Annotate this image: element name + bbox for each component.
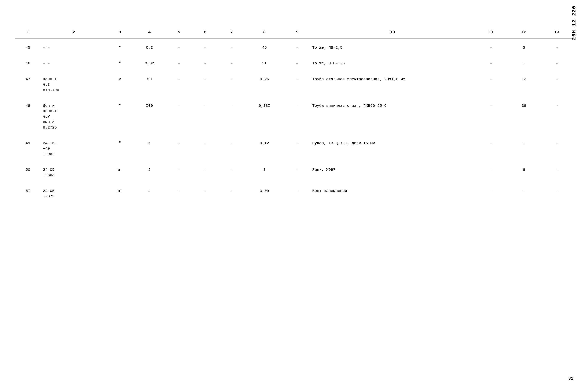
table-body: 45–"–"0,I–––45–То же, ПВ–2,5–5–46–"–"0,0… [15,42,573,207]
col-header-6: 6 [192,27,218,38]
cell-r5-c12: – [541,164,573,180]
table-row: 5I24–05 I–075шт4–––0,09–Болт заземления–… [15,186,573,202]
cell-r0-c8: – [284,42,310,53]
table-row: 48Доп.к Ценн.I ч.У вып.8 п.2725"I00–––0,… [15,100,573,133]
cell-r4-c10: – [475,138,508,159]
cell-r6-c12: – [541,186,573,202]
cell-r0-c11: 5 [508,42,540,53]
header-row: I 2 3 4 5 6 7 8 9 IO II I2 I3 [15,27,573,38]
page-number: 81 [569,376,573,381]
cell-r1-c10: – [475,58,508,68]
cell-r1-c11: I [508,58,540,68]
cell-r4-c0: 49 [15,138,41,159]
cell-r2-c0: 47 [15,74,41,95]
cell-r0-c10: – [475,42,508,53]
row-spacer [15,133,573,138]
cell-r2-c2: м [107,74,133,95]
row-spacer [15,53,573,58]
col-header-8: 8 [245,27,284,38]
col-header-11: II [475,27,508,38]
cell-r1-c8: – [284,58,310,68]
cell-r4-c7: 0,I2 [245,138,284,159]
cell-r2-c8: – [284,74,310,95]
cell-r0-c0: 45 [15,42,41,53]
cell-r5-c3: 2 [133,164,166,180]
col-header-1: I [15,27,41,38]
cell-r4-c2: " [107,138,133,159]
cell-r2-c4: – [166,74,192,95]
cell-r3-c9: Труба винипласто–вая, ПХВ60–25–С [310,100,475,133]
cell-r0-c9: То же, ПВ–2,5 [310,42,475,53]
cell-r6-c2: шт [107,186,133,202]
cell-r3-c10: – [475,100,508,133]
cell-r3-c8: – [284,100,310,133]
cell-r0-c3: 0,I [133,42,166,53]
cell-r2-c6: – [218,74,245,95]
cell-r3-c2: " [107,100,133,133]
cell-r2-c3: 50 [133,74,166,95]
col-header-7: 7 [218,27,245,38]
row-spacer [15,69,573,74]
col-header-2: 2 [41,27,107,38]
cell-r6-c7: 0,09 [245,186,284,202]
table-row: 5024–05 I–863шт2–––3–Ящик, У997–6– [15,164,573,180]
cell-r2-c5: – [192,74,218,95]
cell-r1-c1: –"– [41,58,107,68]
header-spacer [15,39,573,42]
cell-r3-c4: – [166,100,192,133]
cell-r0-c2: " [107,42,133,53]
col-header-10: IO [310,27,475,38]
cell-r3-c12: – [541,100,573,133]
cell-r6-c1: 24–05 I–075 [41,186,107,202]
col-header-9: 9 [284,27,310,38]
cell-r2-c12: – [541,74,573,95]
table-row: 46–"–"0,02–––3I–То же, ПТВ–I,5–I– [15,58,573,68]
cell-r2-c7: 0,26 [245,74,284,95]
row-spacer [15,95,573,100]
cell-r4-c11: I [508,138,540,159]
col-header-12: I2 [508,27,540,38]
cell-r4-c8: – [284,138,310,159]
cell-r3-c6: – [218,100,245,133]
cell-r6-c4: – [166,186,192,202]
table-row: 47Ценн.I ч.I стр.I06м50–––0,26–Труба ста… [15,74,573,95]
cell-r1-c3: 0,02 [133,58,166,68]
cell-r6-c10: – [475,186,508,202]
cell-r0-c4: – [166,42,192,53]
cell-r1-c2: " [107,58,133,68]
cell-r6-c9: Болт заземления [310,186,475,202]
cell-r4-c3: 5 [133,138,166,159]
cell-r5-c0: 50 [15,164,41,180]
cell-r5-c11: 6 [508,164,540,180]
page-container: 26H-12-220 I 2 3 4 5 6 7 8 9 IO II [0,0,588,392]
cell-r4-c9: Рукав, I3–Ц–Х–Ш, диам.I5 мм [310,138,475,159]
cell-r1-c7: 3I [245,58,284,68]
cell-r4-c5: – [192,138,218,159]
cell-r4-c6: – [218,138,245,159]
row-spacer [15,202,573,207]
col-header-13: I3 [541,27,573,38]
cell-r2-c11: I3 [508,74,540,95]
cell-r6-c11: – [508,186,540,202]
cell-r5-c9: Ящик, У997 [310,164,475,180]
cell-r5-c4: – [166,164,192,180]
cell-r0-c5: – [192,42,218,53]
cell-r0-c12: – [541,42,573,53]
col-header-3: 3 [107,27,133,38]
cell-r4-c4: – [166,138,192,159]
cell-r1-c4: – [166,58,192,68]
cell-r6-c8: – [284,186,310,202]
cell-r3-c1: Доп.к Ценн.I ч.У вып.8 п.2725 [41,100,107,133]
cell-r2-c9: Труба стальная электросварная, 20хI,6 мм [310,74,475,95]
cell-r6-c3: 4 [133,186,166,202]
cell-r5-c7: 3 [245,164,284,180]
cell-r3-c7: 0,38I [245,100,284,133]
row-spacer [15,180,573,186]
table-wrapper: I 2 3 4 5 6 7 8 9 IO II I2 I3 [15,26,573,207]
cell-r2-c10: – [475,74,508,95]
cell-r1-c6: – [218,58,245,68]
col-header-5: 5 [166,27,192,38]
cell-r4-c12: – [541,138,573,159]
cell-r4-c1: 24–I6– –49 I–062 [41,138,107,159]
main-table: I 2 3 4 5 6 7 8 9 IO II I2 I3 [15,26,573,207]
